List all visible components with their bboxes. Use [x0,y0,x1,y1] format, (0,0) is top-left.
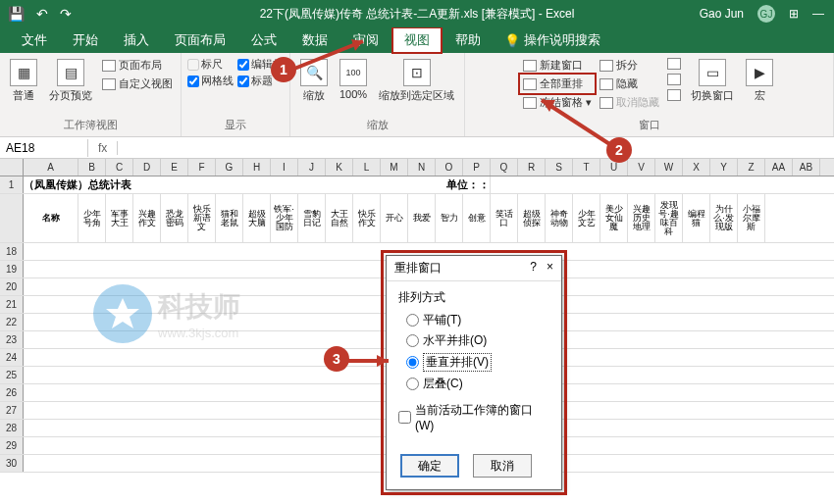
redo-icon[interactable]: ↷ [60,6,72,22]
tab-insert[interactable]: 插入 [112,27,161,53]
row-header[interactable]: 27 [0,402,24,419]
row-header[interactable]: 29 [0,437,24,454]
checkbox-active-workbook[interactable]: 当前活动工作簿的窗口(W) [398,402,549,432]
col-header[interactable]: AA [765,159,793,176]
cell[interactable]: 少年号角 [78,194,106,242]
custom-views-button[interactable]: 自定义视图 [100,76,175,92]
zoom-100-button[interactable]: 100100% [336,57,371,102]
cell[interactable]: 发现号·趣味百科 [655,194,683,242]
row-header[interactable]: 1 [0,176,24,193]
col-header[interactable]: N [408,159,436,176]
tab-help[interactable]: 帮助 [443,27,493,53]
cell[interactable]: 兴趣作文 [133,194,161,242]
view-side-by-side-icon[interactable] [665,57,683,71]
cell[interactable]: 猫和老鼠 [216,194,243,242]
undo-icon[interactable]: ↶ [36,6,48,22]
row-header[interactable]: 19 [0,261,24,277]
cell[interactable]: 兴趣历史地理 [628,194,655,242]
row-header[interactable]: 26 [0,384,24,401]
row-header[interactable]: 22 [0,314,24,330]
row-header[interactable] [0,194,24,242]
freeze-panes-button[interactable]: 冻结窗格 ▾ [521,94,594,111]
zoom-selection-button[interactable]: ⊡缩放到选定区域 [375,57,458,105]
select-all-corner[interactable] [0,159,24,176]
col-header[interactable]: I [271,159,298,176]
page-break-preview-button[interactable]: ▤分页预览 [45,57,96,105]
row-header[interactable]: 18 [0,243,24,260]
cell[interactable]: （凤凰传媒）总统计表 [24,176,216,193]
cell[interactable]: 大王自然 [326,194,353,242]
col-header[interactable]: D [133,159,161,176]
row-header[interactable]: 24 [0,349,24,366]
tab-review[interactable]: 审阅 [341,27,391,53]
col-header[interactable]: R [518,159,546,176]
col-header[interactable]: L [353,159,381,176]
hide-button[interactable]: 隐藏 [598,76,661,92]
row-header[interactable]: 21 [0,296,24,313]
cell[interactable]: 笑话口 [491,194,518,242]
cell[interactable]: 智力 [436,194,463,242]
col-header[interactable]: S [546,159,573,176]
fx-icon[interactable]: fx [88,141,118,155]
col-header[interactable]: C [106,159,133,176]
col-header[interactable]: W [655,159,683,176]
col-header[interactable]: T [573,159,600,176]
col-header[interactable]: B [78,159,106,176]
sync-scroll-icon[interactable] [665,73,683,86]
help-icon[interactable]: ? [530,260,537,274]
cell[interactable]: 神奇动物 [546,194,573,242]
cell[interactable]: 铁军·少年国防 [271,194,298,242]
tab-file[interactable]: 文件 [10,27,59,53]
cell[interactable]: 恐龙密码 [161,194,188,242]
cell[interactable]: 单位：： [216,176,491,193]
row-header[interactable]: 30 [0,455,24,472]
row-header[interactable]: 28 [0,420,24,436]
name-box[interactable]: AE18 [0,139,88,157]
cell[interactable]: 我爱 [408,194,436,242]
formula-bar-checkbox[interactable]: 编辑栏 [237,57,284,72]
zoom-button[interactable]: 🔍缩放 [296,57,332,105]
col-header[interactable]: V [628,159,655,176]
col-header[interactable]: Q [491,159,518,176]
ok-button[interactable]: 确定 [400,454,459,478]
cell[interactable]: 少年文艺 [573,194,600,242]
cell[interactable]: 小福尔摩斯 [738,194,765,242]
formula-input[interactable] [118,146,834,150]
split-button[interactable]: 拆分 [598,57,661,74]
cell[interactable]: 超级大脑 [243,194,271,242]
cell[interactable]: 创意 [463,194,491,242]
col-header[interactable]: H [243,159,271,176]
reset-position-icon[interactable] [665,88,683,102]
row-header[interactable]: 23 [0,331,24,348]
page-layout-button[interactable]: 页面布局 [100,57,175,74]
col-header[interactable]: A [24,159,78,176]
cell[interactable]: 为什么·发现版 [710,194,738,242]
save-icon[interactable]: 💾 [8,6,25,22]
cancel-button[interactable]: 取消 [473,454,532,478]
cell[interactable]: 快乐作文 [353,194,381,242]
cell[interactable]: 军事大王 [106,194,133,242]
tab-formulas[interactable]: 公式 [239,27,288,53]
tab-layout[interactable]: 页面布局 [163,27,237,53]
col-header[interactable]: P [463,159,491,176]
close-icon[interactable]: × [547,260,553,274]
cell[interactable]: 美少女仙魔 [600,194,628,242]
avatar[interactable]: GJ [757,5,775,23]
col-header[interactable]: F [188,159,216,176]
col-header[interactable]: Z [738,159,765,176]
radio-vertical[interactable]: 垂直并排(V) [406,353,549,372]
col-header[interactable]: AB [793,159,820,176]
col-header[interactable]: E [161,159,188,176]
cell[interactable]: 雪豹日记 [298,194,326,242]
new-window-button[interactable]: 新建窗口 [521,57,594,74]
headings-checkbox[interactable]: 标题 [237,74,284,88]
arrange-all-button[interactable]: 全部重排 [521,76,594,92]
row-header[interactable]: 20 [0,278,24,295]
col-header[interactable]: O [436,159,463,176]
col-header[interactable]: G [216,159,243,176]
gridlines-checkbox[interactable]: 网格线 [187,74,234,88]
tab-home[interactable]: 开始 [61,27,110,53]
col-header[interactable]: U [600,159,628,176]
tab-data[interactable]: 数据 [290,27,339,53]
tell-me[interactable]: 💡 操作说明搜索 [504,31,600,49]
